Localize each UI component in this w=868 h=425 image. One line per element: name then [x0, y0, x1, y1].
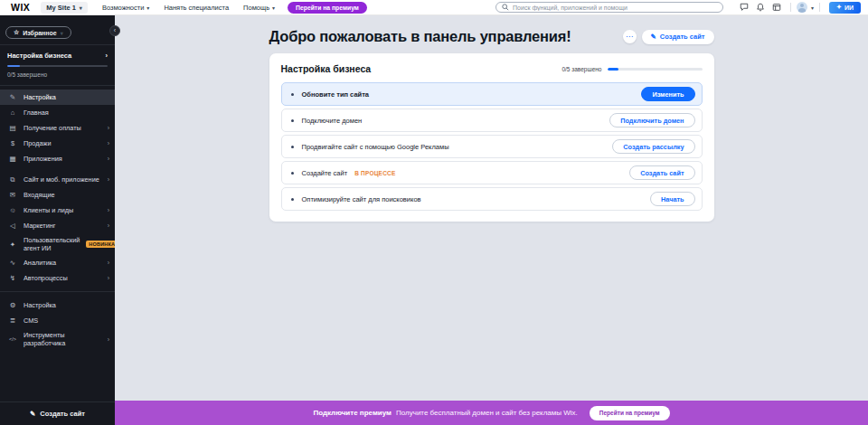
favorites-dropdown[interactable]: ☆ Избранное ▾ — [5, 26, 71, 39]
sidebar-item-inbox[interactable]: ✉ Входящие — [0, 187, 115, 203]
main-content: Добро пожаловать в панель управления! ⋯ … — [115, 15, 868, 425]
setup-title: Настройка бизнеса — [7, 52, 71, 60]
header-create-site-button[interactable]: ✎ Создать сайт — [642, 30, 714, 44]
bullet-dot — [291, 146, 294, 148]
sidebar-item-home[interactable]: ⌂ Главная — [0, 105, 115, 120]
task-label: Подключите домен — [302, 117, 363, 125]
chevron-right-icon: › — [108, 222, 109, 229]
sidebar-item-marketing[interactable]: ◁ Маркетинг › — [0, 218, 115, 233]
lightning-icon: ↯ — [8, 274, 17, 282]
sidebar-item-label: Клиенты и лиды — [24, 203, 101, 217]
task-google-ads[interactable]: Продвигайте сайт с помощью Google Реклам… — [281, 135, 703, 158]
gear-icon: ⚙ — [8, 301, 17, 309]
card-progress-fill — [608, 68, 619, 71]
search-icon — [502, 4, 509, 11]
chevron-right-icon: › — [108, 260, 109, 266]
sidebar-item-automations[interactable]: ↯ Автопроцессы › — [0, 270, 115, 286]
task-change-button[interactable]: Изменить — [641, 87, 694, 101]
sidebar-collapse-button[interactable]: ‹ — [109, 25, 120, 36]
person-icon: ☺ — [8, 206, 17, 214]
premium-banner-button[interactable]: Перейти на премиум — [590, 406, 670, 420]
sidebar-menu: ✎ Настройка ⌂ Главная ▤ Получение оплаты… — [0, 86, 115, 350]
chevron-right-icon: › — [108, 125, 109, 131]
sidebar-item-cms[interactable]: ≣ CMS — [0, 313, 115, 328]
chart-icon: ∿ — [8, 259, 17, 267]
sidebar-item-analytics[interactable]: ∿ Аналитика › — [0, 255, 115, 270]
sparkle-icon: ✦ — [8, 241, 17, 249]
site-selector[interactable]: My Site 1 ▾ — [41, 2, 88, 14]
upgrade-premium-button[interactable]: Перейти на премиум — [288, 2, 367, 14]
nav-help[interactable]: Помощь ▾ — [243, 4, 275, 12]
task-connect-domain-button[interactable]: Подключить домен — [609, 113, 694, 128]
sidebar-item-label: Настройка — [24, 298, 109, 312]
sidebar-item-ai-agent[interactable]: ✦ Пользовательский агент ИИ НОВИНКА — [0, 233, 115, 255]
task-label: Создайте сайт — [302, 169, 348, 177]
sidebar-item-apps[interactable]: ▦ Приложения › — [0, 151, 115, 166]
sidebar-setup-progress[interactable]: Настройка бизнеса › 0/5 завершено — [0, 45, 115, 85]
nav-hire-professional[interactable]: Нанять специалиста — [164, 4, 229, 12]
sidebar-item-label: Автопроцессы — [24, 271, 101, 285]
wix-logo: WIX — [11, 2, 30, 13]
nav-features[interactable]: Возможности ▾ — [102, 4, 150, 12]
avatar[interactable] — [797, 2, 807, 13]
card-title: Настройка бизнеса — [281, 63, 562, 74]
ai-button-label: ИИ — [844, 5, 854, 11]
receipt-icon: ▤ — [8, 124, 17, 132]
sidebar: ‹ ☆ Избранное ▾ Настройка бизнеса › 0/5 … — [0, 15, 115, 425]
task-start-button[interactable]: Начать — [650, 192, 695, 206]
nav-help-label: Помощь — [243, 4, 269, 12]
sidebar-item-label: Главная — [24, 106, 109, 119]
bullet-dot — [291, 119, 294, 122]
devices-icon: ⧉ — [8, 175, 17, 184]
chat-icon[interactable] — [736, 1, 752, 14]
chevron-right-icon: › — [108, 336, 109, 343]
nav-features-label: Возможности — [102, 4, 144, 12]
notifications-bell-icon[interactable] — [752, 1, 769, 14]
chevron-left-icon: ‹ — [114, 27, 116, 33]
task-create-site-button[interactable]: Создать сайт — [629, 165, 694, 180]
header-create-site-label: Создать сайт — [660, 33, 705, 41]
apps-panel-icon[interactable] — [769, 1, 785, 14]
sidebar-item-settings[interactable]: ⚙ Настройка — [0, 298, 115, 313]
site-selector-label: My Site 1 — [46, 4, 76, 12]
sidebar-create-site-button[interactable]: ✎ Создать сайт — [0, 401, 115, 425]
global-search[interactable] — [495, 2, 723, 13]
envelope-icon: ✉ — [8, 191, 17, 199]
sidebar-item-setup[interactable]: ✎ Настройка — [0, 90, 115, 105]
premium-banner-text: Получите бесплатный домен и сайт без рек… — [396, 409, 578, 417]
topbar: WIX My Site 1 ▾ Возможности ▾ Нанять спе… — [0, 0, 868, 15]
code-icon: </> — [8, 336, 17, 342]
sidebar-item-label: Входящие — [24, 188, 109, 202]
home-icon: ⌂ — [8, 109, 17, 117]
card-header: Настройка бизнеса 0/5 завершено — [281, 63, 703, 74]
favorites-label: Избранное — [23, 30, 56, 36]
task-create-site[interactable]: Создайте сайт В ПРОЦЕССЕ Создать сайт — [281, 161, 703, 184]
search-input[interactable] — [513, 5, 717, 11]
sidebar-item-site-mobile[interactable]: ⧉ Сайт и моб. приложение › — [0, 172, 115, 187]
more-options-button[interactable]: ⋯ — [623, 30, 637, 43]
task-update-site-type[interactable]: Обновите тип сайта Изменить — [281, 82, 703, 106]
sidebar-item-label: Инструменты разработчика — [24, 328, 101, 350]
chevron-down-icon[interactable]: ▾ — [811, 5, 814, 11]
card-progress-track — [608, 68, 703, 71]
bullet-dot — [291, 198, 294, 201]
sidebar-item-label: Продажи — [24, 137, 101, 150]
sidebar-item-sales[interactable]: $ Продажи › — [0, 136, 115, 151]
task-connect-domain[interactable]: Подключите домен Подключить домен — [281, 109, 703, 132]
dots-icon: ⋯ — [626, 33, 633, 41]
sidebar-item-dev-tools[interactable]: </> Инструменты разработчика › — [0, 328, 115, 350]
task-create-campaign-button[interactable]: Создать рассылку — [612, 139, 694, 154]
pencil-icon: ✎ — [8, 93, 17, 101]
task-seo[interactable]: Оптимизируйте сайт для поисковиков Начат… — [281, 187, 703, 211]
ai-sparkle-icon: ✦ — [836, 4, 842, 11]
divider — [790, 3, 791, 12]
sidebar-item-payments[interactable]: ▤ Получение оплаты › — [0, 120, 115, 136]
ai-assistant-button[interactable]: ✦ ИИ — [829, 2, 861, 14]
chevron-right-icon: › — [108, 176, 109, 183]
dollar-icon: $ — [8, 139, 17, 147]
page-header: Добро пожаловать в панель управления! ⋯ … — [269, 28, 714, 45]
create-site-label: Создать сайт — [40, 410, 85, 418]
megaphone-icon: ◁ — [8, 222, 17, 230]
sidebar-item-contacts[interactable]: ☺ Клиенты и лиды › — [0, 203, 115, 218]
star-icon: ☆ — [14, 29, 19, 36]
